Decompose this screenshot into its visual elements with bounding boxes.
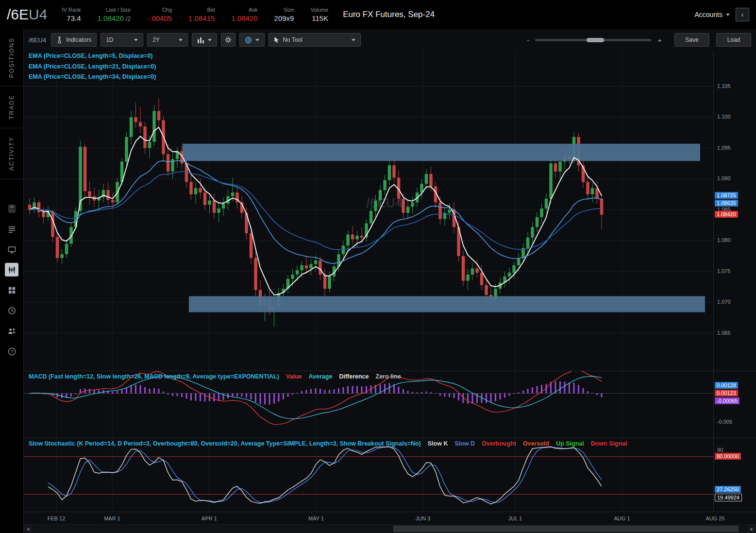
price-chart[interactable]: EMA (Price=CLOSE, Length=5, Displace=0)E… xyxy=(24,51,713,371)
macd-study-legend-item: Zero line xyxy=(376,374,401,380)
scrollbar-thumb[interactable] xyxy=(393,526,738,532)
people-icon[interactable] xyxy=(5,324,18,338)
stochastic-plot xyxy=(24,438,713,512)
axis-tick-label: -0.005 xyxy=(717,419,732,425)
toolbar-symbol: /6EU4 xyxy=(29,36,46,44)
scrollbar-track[interactable] xyxy=(32,525,748,533)
time-axis-label: MAR 1 xyxy=(104,516,120,521)
zoom-out-button[interactable]: - xyxy=(525,36,531,44)
save-button[interactable]: Save xyxy=(674,33,709,47)
instrument-title: Euro FX Futures, Sep-24 xyxy=(343,10,435,19)
cursor-icon xyxy=(274,36,279,43)
svg-text:/6EU4: /6EU4 xyxy=(366,195,403,210)
chart-type-dropdown[interactable] xyxy=(192,33,217,47)
ema-study-label[interactable]: EMA (Price=CLOSE, Length=34, Displace=0) xyxy=(29,74,156,80)
load-button[interactable]: Load xyxy=(716,33,751,47)
sidebar-icons: ? xyxy=(0,202,23,358)
time-axis-label: JUL 1 xyxy=(508,516,522,521)
price-axis[interactable]: 1.1051.1001.0951.0901.0851.0801.0751.070… xyxy=(713,51,756,371)
zoom-in-button[interactable]: + xyxy=(655,36,664,44)
stochastic-study-label[interactable]: Slow Stochastic (K Period=14, D Period=3… xyxy=(29,441,421,447)
header-symbol: /6EU4 xyxy=(7,6,47,23)
chart-scrollbar: ◂ ▸ xyxy=(24,524,756,533)
macd-pane: MACD (Fast length=12, Slow length=26, MA… xyxy=(24,371,756,438)
axis-value-badge: 19.49924 xyxy=(715,494,742,501)
stochastic-study-legend-item: Slow K xyxy=(428,441,448,447)
stochastic-axis[interactable]: 9080.0000027.2625019.49924 xyxy=(713,438,756,512)
calculator-icon[interactable] xyxy=(5,202,18,215)
stochastic-study-legend-item: Up Signal xyxy=(556,441,584,447)
tv-icon[interactable] xyxy=(5,242,18,256)
stochastic-pane: Slow Stochastic (K Period=14, D Period=3… xyxy=(24,438,756,512)
chart-toolbar: /6EU4 Indicators 1D 2Y xyxy=(24,29,756,51)
clock-icon[interactable] xyxy=(5,304,18,317)
quote-field: Last / Size 1.08420 /2 xyxy=(98,7,131,22)
quote-field-label: Last / Size xyxy=(106,7,131,13)
accounts-label: Accounts xyxy=(694,11,722,18)
sidebar-tab-positions[interactable]: POSITIONS xyxy=(0,29,23,86)
time-axis[interactable]: FEB 12MAR 1APR 1MAY 1JUN 3JUL 1AUG 1AUG … xyxy=(24,512,756,524)
quote-field-value: 115K xyxy=(312,14,328,22)
sidebar-tab-trade[interactable]: TRADE xyxy=(0,86,23,128)
range-dropdown[interactable]: 2Y xyxy=(147,33,188,47)
timeframe-dropdown[interactable]: 1D xyxy=(101,33,143,47)
quote-field-value: 209x9 xyxy=(274,14,294,22)
collapse-panel-button[interactable]: ‹ xyxy=(736,8,749,21)
sidebar-tab-activity[interactable]: ACTIVITY xyxy=(0,128,23,179)
zoom-slider[interactable] xyxy=(535,39,652,41)
axis-tick-label: 1.075 xyxy=(717,268,731,274)
axis-tick-label: 1.105 xyxy=(717,83,731,89)
stochastic-study-legend-item: Slow D xyxy=(454,441,475,447)
left-sidebar: POSITIONSTRADEACTIVITY ? xyxy=(0,29,23,533)
stochastic-legend: Slow Stochastic (K Period=14, D Period=3… xyxy=(29,441,627,447)
chart-icon[interactable] xyxy=(5,263,18,276)
quote-field-label: Volume xyxy=(310,7,328,13)
chart-settings-button[interactable] xyxy=(221,33,235,47)
candlestick-plot: /6EU4 xyxy=(24,51,713,371)
ema-study-label[interactable]: EMA (Price=CLOSE, Length=21, Displace=0) xyxy=(29,64,156,70)
macd-study-legend-item: Average xyxy=(309,374,333,380)
axis-tick-label: 1.100 xyxy=(717,114,731,120)
axis-tick-label: 1.065 xyxy=(717,330,731,336)
axis-value-badge: -0.00065 xyxy=(715,397,739,404)
quote-field-label: Chg xyxy=(162,7,172,13)
stochastic-study-legend-item: Oversold xyxy=(523,441,549,447)
chevron-down-icon xyxy=(255,39,259,41)
chart-column: /6EU4 Indicators 1D 2Y xyxy=(23,29,756,533)
quote-field-value: 1.08420 /2 xyxy=(98,14,131,22)
quote-field: Ask 1.08420 xyxy=(231,7,257,22)
stochastic-chart[interactable]: Slow Stochastic (K Period=14, D Period=3… xyxy=(24,438,713,512)
accounts-dropdown[interactable]: Accounts xyxy=(694,11,730,18)
scroll-left-button[interactable]: ◂ xyxy=(24,525,32,533)
trading-app: /6EU4 IV Rank 73.4 Last / Size 1.08420 /… xyxy=(0,0,756,533)
chevron-down-icon xyxy=(726,14,730,16)
chart-type-icon xyxy=(197,37,204,43)
time-axis-label: AUG 1 xyxy=(614,516,630,521)
main-row: POSITIONSTRADEACTIVITY ? /6EU4 Indicator… xyxy=(0,29,756,533)
sidebar-tabs: POSITIONSTRADEACTIVITY xyxy=(0,29,23,179)
macd-study-legend-item: Value xyxy=(286,374,302,380)
chart-panes: EMA (Price=CLOSE, Length=5, Displace=0)E… xyxy=(24,51,756,533)
tool-dropdown[interactable]: No Tool xyxy=(269,33,361,47)
indicators-button[interactable]: Indicators xyxy=(51,33,97,47)
zoom-slider-thumb[interactable] xyxy=(587,38,604,42)
help-icon[interactable]: ? xyxy=(5,344,18,358)
axis-value-badge: 80.00000 xyxy=(715,453,741,460)
quote-field-label: Bid xyxy=(207,7,215,13)
axis-tick-label: 1.090 xyxy=(717,175,731,181)
macd-plot xyxy=(24,371,713,438)
scroll-right-button[interactable]: ▸ xyxy=(748,525,756,533)
macd-axis[interactable]: -0.0050.001280.00123-0.00065 xyxy=(713,371,756,438)
sidebar-tab-label: ACTIVITY xyxy=(8,137,15,171)
quote-field-value: -.00405 xyxy=(147,14,172,22)
ema-study-label[interactable]: EMA (Price=CLOSE, Length=5, Displace=0) xyxy=(29,53,156,59)
list-icon[interactable] xyxy=(5,222,18,236)
tool-label: No Tool xyxy=(283,36,302,43)
drawings-dropdown[interactable] xyxy=(239,33,265,47)
macd-study-label[interactable]: MACD (Fast length=12, Slow length=26, MA… xyxy=(29,374,279,380)
macd-chart[interactable]: MACD (Fast length=12, Slow length=26, MA… xyxy=(24,371,713,438)
chevron-down-icon xyxy=(179,39,183,41)
quote-field: Size 209x9 xyxy=(274,7,294,22)
sidebar-tab-label: TRADE xyxy=(8,95,15,120)
grid-icon[interactable] xyxy=(5,283,18,297)
